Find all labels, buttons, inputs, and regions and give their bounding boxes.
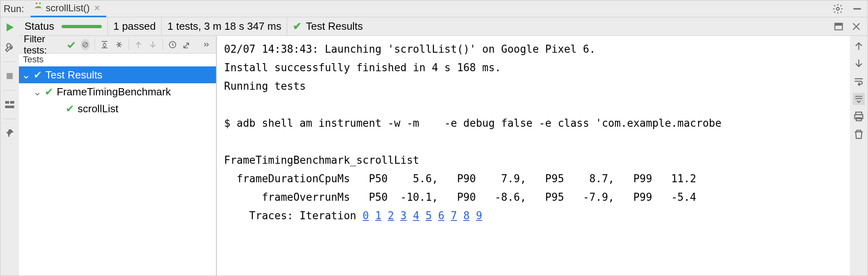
console-rail xyxy=(850,36,868,276)
svg-rect-6 xyxy=(5,101,9,103)
status-label: Status xyxy=(25,20,54,33)
svg-rect-7 xyxy=(10,101,14,103)
scroll-to-end-icon[interactable] xyxy=(853,93,865,105)
trace-link[interactable]: 4 xyxy=(413,210,420,222)
wrench-icon[interactable] xyxy=(4,41,16,54)
trace-link[interactable]: 0 xyxy=(362,210,369,222)
trace-link[interactable]: 7 xyxy=(451,210,457,222)
console-output[interactable]: 02/07 14:38:43: Launching 'scrollList()'… xyxy=(217,36,850,276)
check-icon: ✔ xyxy=(33,69,42,81)
more-icon[interactable] xyxy=(202,39,211,51)
tab-bar: Run: scrollList() ✕ xyxy=(0,0,868,17)
filter-label: Filter tests: xyxy=(24,33,62,56)
prev-test-icon[interactable] xyxy=(134,39,143,51)
tree-header: Tests xyxy=(19,54,216,66)
svg-rect-10 xyxy=(835,23,843,25)
trace-link[interactable]: 5 xyxy=(426,210,432,222)
svg-rect-8 xyxy=(5,106,14,108)
status-passed: 1 passed xyxy=(108,20,162,33)
gear-icon[interactable] xyxy=(832,3,843,14)
import-tests-icon[interactable] xyxy=(182,39,192,51)
status-results-title: Test Results xyxy=(306,20,363,33)
svg-line-21 xyxy=(184,43,189,48)
run-label: Run: xyxy=(4,3,24,14)
svg-rect-5 xyxy=(7,73,13,79)
tree-node-label: Test Results xyxy=(45,69,103,81)
check-icon: ✔ xyxy=(45,86,53,98)
tree-node-label: scrollList xyxy=(78,103,118,115)
tree-node-class[interactable]: ⌄ ✔ FrameTimingBenchmark xyxy=(19,83,216,100)
svg-point-2 xyxy=(837,7,839,10)
status-bar: Status 1 passed 1 tests, 3 m 18 s 347 ms… xyxy=(19,17,868,36)
check-icon: ✔ xyxy=(66,103,74,115)
print-icon[interactable] xyxy=(853,111,865,123)
chevron-down-icon: ⌄ xyxy=(22,69,30,81)
test-tree[interactable]: ⌄ ✔ Test Results ⌄ ✔ FrameTimingBenchmar… xyxy=(19,66,216,276)
status-summary: 1 tests, 3 m 18 s 347 ms xyxy=(162,20,287,33)
tab-title: scrollList() xyxy=(46,2,90,14)
trash-icon[interactable] xyxy=(853,128,865,140)
output-pane: 02/07 14:38:43: Launching 'scrollList()'… xyxy=(217,36,868,276)
trace-link[interactable]: 3 xyxy=(400,210,407,222)
svg-line-14 xyxy=(83,43,87,46)
collapse-all-icon[interactable] xyxy=(114,39,124,51)
stop-icon[interactable] xyxy=(4,70,16,82)
trace-link[interactable]: 9 xyxy=(476,210,482,222)
tree-node-test[interactable]: ✔ scrollList xyxy=(19,100,216,117)
filter-toolbar: Filter tests: xyxy=(19,36,216,54)
svg-marker-4 xyxy=(7,23,14,31)
run-panel: Run: scrollList() ✕ xyxy=(0,0,868,276)
tab-scrolllist[interactable]: scrollList() ✕ xyxy=(31,0,106,17)
status-progress xyxy=(62,25,102,28)
layout-icon[interactable] xyxy=(4,99,16,111)
show-passed-icon[interactable] xyxy=(66,39,76,51)
minimize-icon[interactable] xyxy=(852,3,863,14)
test-tree-pane: Filter tests: xyxy=(19,36,216,276)
test-history-icon[interactable] xyxy=(168,39,177,51)
scroll-up-icon[interactable] xyxy=(853,40,865,52)
trace-link[interactable]: 8 xyxy=(463,210,470,222)
trace-link[interactable]: 6 xyxy=(438,210,444,222)
android-icon xyxy=(33,1,43,14)
trace-link[interactable]: 1 xyxy=(375,210,382,222)
trace-link[interactable]: 2 xyxy=(388,210,394,222)
window-icon[interactable] xyxy=(833,21,844,32)
close-icon[interactable]: ✕ xyxy=(94,3,101,13)
svg-point-1 xyxy=(39,2,41,4)
tree-node-label: FrameTimingBenchmark xyxy=(57,86,171,98)
left-action-rail xyxy=(0,17,19,276)
check-icon: ✔ xyxy=(293,20,302,33)
svg-point-0 xyxy=(35,2,37,4)
tree-node-root[interactable]: ⌄ ✔ Test Results xyxy=(19,66,216,83)
close-output-icon[interactable] xyxy=(851,21,862,32)
show-ignored-icon[interactable] xyxy=(81,39,90,50)
soft-wrap-icon[interactable] xyxy=(853,75,865,87)
run-icon[interactable] xyxy=(4,21,16,33)
chevron-down-icon: ⌄ xyxy=(33,86,41,98)
pin-icon[interactable] xyxy=(4,127,16,139)
scroll-down-icon[interactable] xyxy=(853,58,865,70)
expand-all-icon[interactable] xyxy=(100,39,109,51)
next-test-icon[interactable] xyxy=(148,39,158,51)
